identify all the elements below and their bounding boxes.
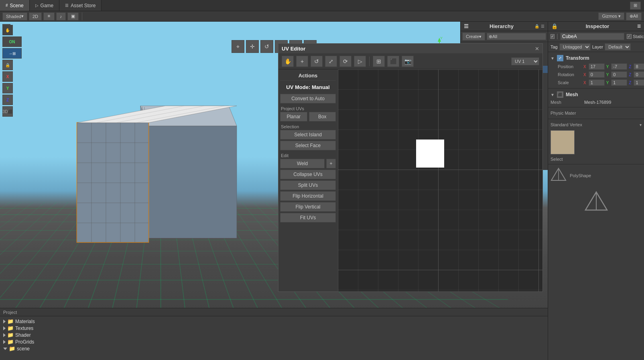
standard-vertex-component: Standard Vertex ▾ Select bbox=[548, 119, 644, 164]
obj-active-checkbox[interactable]: ✓ bbox=[551, 34, 555, 39]
hierarchy-create-btn[interactable]: Create ▾ bbox=[462, 32, 485, 40]
planar-btn[interactable]: Planar bbox=[280, 112, 307, 121]
select-island-btn[interactable]: Select Island bbox=[280, 130, 336, 140]
flip-horizontal-btn[interactable]: Flip Horizontal bbox=[280, 191, 336, 201]
uv-grid-btn[interactable]: ⊞ bbox=[373, 56, 385, 67]
mesh-header[interactable]: ▼ ⬛ Mesh bbox=[548, 90, 644, 99]
svg-text:Y: Y bbox=[440, 36, 443, 40]
hierarchy-lock-btn[interactable]: 🔒 bbox=[534, 24, 539, 28]
layer-select[interactable]: Default bbox=[605, 43, 631, 51]
mesh-component: ▼ ⬛ Mesh Mesh Mesh-176899 bbox=[548, 89, 644, 107]
uv-play-btn[interactable]: ▷ bbox=[354, 56, 366, 67]
uv-editor-close-btn[interactable]: ✕ bbox=[535, 46, 539, 52]
light-btn[interactable]: ☀ bbox=[43, 12, 55, 20]
split-uvs-btn[interactable]: Split UVs bbox=[280, 180, 336, 190]
scale-transform-btn[interactable]: ↺ bbox=[260, 40, 273, 53]
rotation-row: Rotation X Y Z bbox=[548, 71, 644, 79]
move-transform-btn[interactable]: ⌖ bbox=[232, 40, 244, 53]
transform-header[interactable]: ▼ ⤢ Transform bbox=[548, 54, 644, 63]
3d-view-btn[interactable]: 3D⬛ bbox=[2, 106, 13, 117]
folder-icon: 📁 bbox=[7, 325, 14, 331]
tag-select[interactable]: Untagged bbox=[559, 43, 591, 51]
box-btn[interactable]: Box bbox=[309, 112, 336, 121]
scale-z-input[interactable] bbox=[634, 79, 644, 86]
gizmos-btn[interactable]: Gizmos ▾ bbox=[598, 12, 624, 20]
convert-to-auto-btn[interactable]: Convert to Auto bbox=[280, 94, 336, 103]
uv-editor-titlebar[interactable]: UV Editor ✕ bbox=[278, 44, 542, 53]
hierarchy-search-input[interactable] bbox=[487, 33, 546, 40]
top-tabs: # Scene ▷ Game ☰ Asset Store ⊞ bbox=[0, 0, 644, 11]
folder-icon: 📁 bbox=[7, 318, 14, 324]
panel-close-btn[interactable]: ⊞ bbox=[630, 2, 641, 10]
hand-tool-btn[interactable]: ✋ bbox=[2, 25, 13, 35]
position-y-input[interactable] bbox=[611, 63, 627, 70]
physic-material-row: Physic Mater bbox=[548, 109, 644, 117]
static-checkbox[interactable]: ✓ bbox=[627, 34, 632, 39]
toolbar-separator bbox=[82, 12, 82, 20]
uv-editor-window: UV Editor ✕ ✋ + ↺ ⤢ ⟳ ▷ ⊞ ⬛ 📷 UV 1 UV 2 bbox=[278, 43, 543, 292]
move-tool-btn[interactable]: →⊞ bbox=[2, 48, 22, 59]
x-axis-btn[interactable]: X bbox=[2, 71, 13, 82]
collapse-uvs-btn[interactable]: Collapse UVs bbox=[280, 170, 336, 179]
2d-btn[interactable]: 2D bbox=[29, 12, 42, 20]
uv-editor-toolbar: ✋ + ↺ ⤢ ⟳ ▷ ⊞ ⬛ 📷 UV 1 UV 2 bbox=[278, 53, 542, 69]
rotation-z-input[interactable] bbox=[634, 71, 644, 78]
project-uvs-label: Project UVs bbox=[280, 105, 336, 112]
weld-plus-btn[interactable]: + bbox=[326, 159, 336, 168]
fx-btn[interactable]: ▣ bbox=[67, 12, 79, 20]
shaded-dropdown[interactable]: Shaded ▾ bbox=[2, 12, 27, 20]
scale-y-input[interactable] bbox=[611, 79, 627, 86]
weld-btn[interactable]: Weld bbox=[280, 159, 325, 168]
unity-logo-large-area bbox=[548, 191, 644, 215]
on-toggle-btn[interactable]: ON bbox=[2, 36, 22, 47]
y-axis-btn[interactable]: Y bbox=[2, 83, 13, 93]
obj-name-input[interactable] bbox=[560, 33, 624, 40]
select-face-btn[interactable]: Select Face bbox=[280, 141, 336, 150]
uv-mode-label: Convert to Auto UV Mode: Manual bbox=[280, 83, 336, 91]
lock-btn[interactable]: 🔒 bbox=[2, 60, 13, 70]
game-icon: ▷ bbox=[35, 3, 39, 8]
file-tree-item-progrids[interactable]: 📁 ProGrids bbox=[3, 338, 544, 345]
flip-vertical-btn[interactable]: Flip Vertical bbox=[280, 202, 336, 212]
position-x-input[interactable] bbox=[589, 63, 605, 70]
folder-arrow bbox=[3, 333, 6, 337]
hierarchy-toolbar: Create ▾ bbox=[461, 31, 548, 42]
mesh-value-row: Mesh Mesh-176899 bbox=[548, 99, 644, 105]
uv-rotate-tool-btn[interactable]: ↺ bbox=[311, 56, 323, 67]
physic-material-component: Physic Mater bbox=[548, 107, 644, 119]
tab-asset-store[interactable]: ☰ Asset Store bbox=[59, 0, 102, 11]
uv-channel-select[interactable]: UV 1 UV 2 bbox=[511, 57, 539, 65]
file-tree-item-textures[interactable]: 📁 Textures bbox=[3, 325, 544, 332]
uv-snap-tool-btn[interactable]: ⟳ bbox=[339, 56, 351, 67]
search-all-btn[interactable]: ⊕All bbox=[626, 12, 642, 20]
uv-grid-major bbox=[338, 69, 542, 291]
uv-canvas[interactable] bbox=[338, 69, 542, 291]
scale-x-input[interactable] bbox=[589, 79, 605, 86]
uv-pan-tool-btn[interactable]: ✋ bbox=[282, 56, 294, 67]
uv-texture-btn[interactable]: ⬛ bbox=[387, 56, 399, 67]
tab-game[interactable]: ▷ Game bbox=[30, 0, 60, 11]
project-uvs-row: Planar Box bbox=[280, 112, 336, 121]
rotation-y-input[interactable] bbox=[611, 71, 627, 78]
select-label: Select bbox=[548, 156, 644, 162]
inspector-menu-btn[interactable]: ☰ bbox=[637, 24, 641, 28]
tag-row: Tag Untagged Layer Default bbox=[548, 42, 644, 52]
file-tree-item-materials[interactable]: 📁 Materials bbox=[3, 318, 544, 325]
uv-scale-tool-btn[interactable]: ⤢ bbox=[325, 56, 337, 67]
rotation-x-input[interactable] bbox=[589, 71, 605, 78]
actions-panel: Actions Convert to Auto UV Mode: Manual … bbox=[278, 69, 338, 291]
file-tree-item-scene[interactable]: 📁 scene bbox=[3, 345, 544, 352]
hierarchy-menu-btn[interactable]: ☰ bbox=[541, 24, 544, 28]
folder-icon: 📁 bbox=[7, 332, 14, 338]
rotate-transform-btn[interactable]: ✛ bbox=[246, 40, 259, 53]
obj-icon bbox=[557, 34, 558, 39]
uv-screenshot-btn[interactable]: 📷 bbox=[402, 56, 414, 67]
file-tree-item-shader[interactable]: 📁 Shader bbox=[3, 332, 544, 338]
folder-arrow bbox=[3, 320, 6, 324]
fit-uvs-btn[interactable]: Fit UVs bbox=[280, 213, 336, 222]
tab-scene[interactable]: # Scene bbox=[0, 0, 30, 11]
uv-move-tool-btn[interactable]: + bbox=[296, 56, 308, 67]
position-z-input[interactable] bbox=[634, 63, 644, 70]
audio-btn[interactable]: ♪ bbox=[56, 12, 66, 20]
z-axis-btn[interactable]: Z bbox=[2, 95, 13, 105]
